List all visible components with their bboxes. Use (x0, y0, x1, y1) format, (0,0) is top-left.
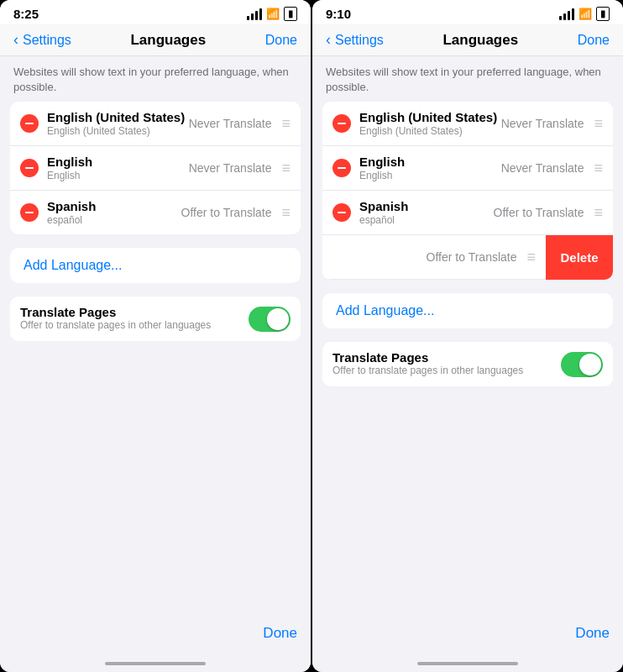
bottom-done-button-2[interactable]: Done (575, 625, 610, 641)
lang-sub-fr-2: nçais (322, 259, 427, 270)
language-row-en-1: English English Never Translate ≡ (10, 146, 301, 191)
delete-fr-button-2[interactable]: Delete (546, 235, 613, 280)
lang-info-en-1: English English (47, 155, 189, 181)
remove-es-button-2[interactable] (332, 203, 351, 222)
bottom-done-button-1[interactable]: Done (263, 625, 297, 641)
lang-sub-en-us-2: English (United States) (359, 125, 501, 137)
home-indicator-2 (312, 655, 623, 672)
nav-bar-1: ‹ Settings Languages Done (0, 24, 311, 56)
lang-info-en-us-2: English (United States) English (United … (359, 110, 501, 137)
lang-name-es-2: Spanish (359, 199, 494, 214)
language-row-en-us-2: English (United States) English (United … (322, 102, 613, 146)
translate-pages-group-1: Translate Pages Offer to translate pages… (10, 297, 301, 341)
lang-info-es-2: Spanish español (359, 199, 494, 226)
drag-handle-en-us-1[interactable]: ≡ (281, 115, 291, 133)
home-indicator-1 (0, 655, 311, 672)
bottom-done-2: Done (312, 612, 623, 655)
remove-en-us-button-1[interactable] (20, 114, 39, 133)
translate-pages-row-1: Translate Pages Offer to translate pages… (10, 297, 301, 341)
status-bar-1: 8:25 📶 ▮ (0, 0, 311, 24)
back-button-1[interactable]: ‹ Settings (13, 31, 71, 49)
lang-sub-en-1: English (47, 170, 189, 181)
language-row-fr-swipe-2: ench nçais Offer to Translate ≡ Delete (322, 235, 613, 280)
lang-info-en-2: English English (359, 155, 501, 181)
language-row-en-2: English English Never Translate ≡ (322, 146, 613, 191)
swipe-row-inner-fr-2: ench nçais Offer to Translate ≡ (322, 235, 546, 280)
translate-option-fr-2: Offer to Translate (427, 250, 517, 264)
translate-pages-toggle-2[interactable] (561, 352, 603, 377)
add-language-group-1: Add Language... (10, 248, 301, 283)
add-language-row-2[interactable]: Add Language... (322, 293, 613, 328)
add-language-text-2: Add Language... (336, 303, 434, 318)
phone-screen-1: 8:25 📶 ▮ ‹ Settings Languages Done Websi… (0, 0, 311, 672)
nav-done-button-2[interactable]: Done (578, 33, 610, 48)
translate-pages-info-1: Translate Pages Offer to translate pages… (20, 305, 249, 333)
translate-option-es-2: Offer to Translate (494, 206, 584, 219)
description-2: Websites will show text in your preferre… (312, 56, 623, 102)
translate-pages-title-2: Translate Pages (332, 350, 561, 365)
signal-icon-1 (247, 8, 262, 20)
lang-sub-en-2: English (359, 170, 501, 181)
chevron-left-icon-1: ‹ (13, 31, 18, 49)
lang-sub-en-us-1: English (United States) (47, 125, 189, 137)
remove-es-button-1[interactable] (20, 203, 39, 222)
signal-icon-2 (559, 8, 574, 20)
drag-handle-fr-2[interactable]: ≡ (526, 249, 536, 266)
back-button-2[interactable]: ‹ Settings (326, 31, 384, 49)
translate-option-en-us-2: Never Translate (501, 117, 584, 130)
bottom-done-1: Done (0, 612, 311, 655)
remove-en-us-button-2[interactable] (332, 114, 351, 133)
drag-handle-es-2[interactable]: ≡ (594, 204, 603, 222)
nav-title-1: Languages (130, 32, 206, 49)
nav-done-button-1[interactable]: Done (265, 33, 297, 48)
drag-handle-en-2[interactable]: ≡ (594, 160, 603, 177)
battery-icon-2: ▮ (596, 7, 610, 21)
translate-option-en-us-1: Never Translate (189, 117, 272, 130)
nav-bar-2: ‹ Settings Languages Done (312, 24, 623, 56)
translate-pages-subtitle-1: Offer to translate pages in other langua… (20, 319, 249, 333)
status-icons-1: 📶 ▮ (247, 7, 297, 21)
translate-option-en-1: Never Translate (189, 161, 272, 175)
add-language-text-1: Add Language... (24, 258, 122, 273)
lang-name-en-1: English (47, 155, 189, 170)
lang-info-fr-2: ench nçais (322, 244, 427, 270)
remove-en-button-1[interactable] (20, 159, 39, 177)
lang-sub-es-2: español (359, 214, 494, 226)
wifi-icon-2: 📶 (578, 8, 592, 20)
nav-title-2: Languages (442, 32, 518, 49)
lang-info-es-1: Spanish español (47, 199, 181, 226)
chevron-left-icon-2: ‹ (326, 31, 331, 49)
drag-handle-es-1[interactable]: ≡ (281, 204, 291, 222)
home-bar-2 (417, 662, 518, 665)
translate-pages-row-2: Translate Pages Offer to translate pages… (322, 342, 613, 386)
lang-name-en-us-2: English (United States) (359, 110, 501, 125)
drag-handle-en-us-2[interactable]: ≡ (594, 115, 603, 133)
lang-name-en-us-1: English (United States) (47, 110, 189, 125)
lang-name-es-1: Spanish (47, 199, 181, 214)
status-bar-2: 9:10 📶 ▮ (312, 0, 623, 24)
phone-screen-2: 9:10 📶 ▮ ‹ Settings Languages Done Websi… (312, 0, 623, 672)
languages-group-2: English (United States) English (United … (322, 102, 613, 280)
translate-pages-group-2: Translate Pages Offer to translate pages… (322, 342, 613, 386)
status-time-1: 8:25 (13, 7, 39, 21)
language-row-es-2: Spanish español Offer to Translate ≡ (322, 191, 613, 235)
translate-option-es-1: Offer to Translate (181, 206, 272, 219)
language-row-es-1: Spanish español Offer to Translate ≡ (10, 191, 301, 234)
language-row-en-us-1: English (United States) English (United … (10, 102, 301, 146)
wifi-icon-1: 📶 (266, 8, 280, 20)
add-language-row-1[interactable]: Add Language... (10, 248, 301, 283)
translate-pages-info-2: Translate Pages Offer to translate pages… (332, 350, 561, 378)
translate-pages-title-1: Translate Pages (20, 305, 249, 319)
drag-handle-en-1[interactable]: ≡ (281, 160, 291, 177)
battery-icon-1: ▮ (284, 7, 297, 21)
lang-name-fr-2: ench (322, 244, 427, 259)
status-icons-2: 📶 ▮ (559, 7, 610, 21)
lang-info-en-us-1: English (United States) English (United … (47, 110, 189, 137)
translate-pages-toggle-1[interactable] (249, 307, 291, 332)
home-bar-1 (105, 662, 206, 665)
description-1: Websites will show text in your preferre… (0, 56, 311, 102)
status-time-2: 9:10 (326, 7, 351, 21)
lang-sub-es-1: español (47, 214, 181, 226)
remove-en-button-2[interactable] (332, 159, 351, 177)
add-language-group-2: Add Language... (322, 293, 613, 328)
